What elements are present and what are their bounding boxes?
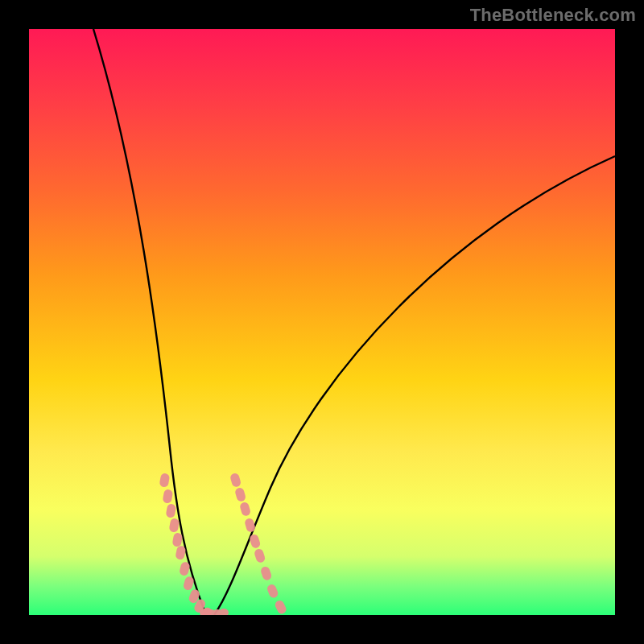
svg-rect-11 <box>229 473 242 488</box>
bottom-markers <box>200 609 229 615</box>
svg-rect-2 <box>166 503 177 518</box>
svg-rect-17 <box>260 565 273 581</box>
svg-rect-13 <box>239 502 251 517</box>
svg-rect-16 <box>254 548 266 564</box>
svg-rect-12 <box>234 487 246 502</box>
chart-frame: TheBottleneck.com <box>0 0 644 644</box>
svg-rect-4 <box>172 532 184 547</box>
chart-svg <box>29 29 615 615</box>
watermark-text: TheBottleneck.com <box>470 5 636 26</box>
svg-rect-3 <box>169 518 180 533</box>
svg-point-23 <box>219 609 229 615</box>
plot-area <box>29 29 615 615</box>
right-markers <box>229 473 287 615</box>
right-curve <box>214 156 615 615</box>
svg-rect-14 <box>244 518 256 533</box>
left-markers <box>159 473 214 615</box>
svg-rect-0 <box>159 473 171 488</box>
svg-rect-18 <box>266 583 279 599</box>
left-curve <box>93 29 206 615</box>
svg-rect-19 <box>274 599 287 615</box>
svg-rect-1 <box>163 489 174 504</box>
